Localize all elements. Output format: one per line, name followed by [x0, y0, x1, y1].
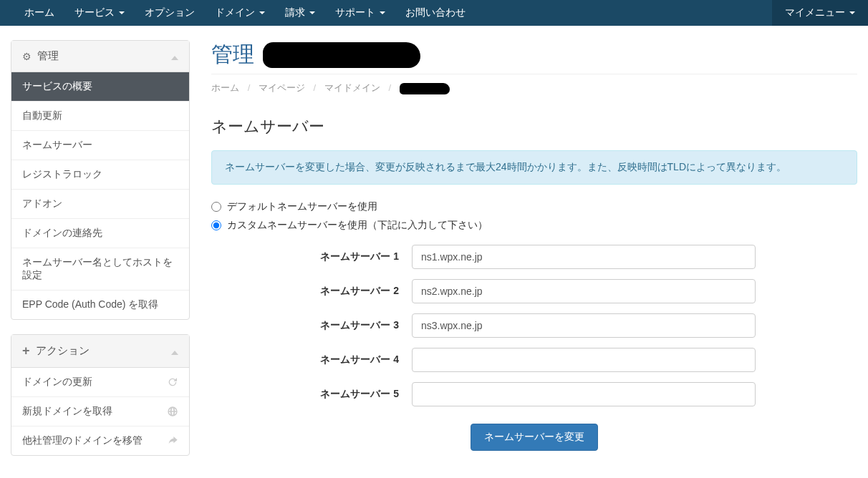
sidebar-item-registrar-lock[interactable]: レジストラロック [11, 160, 189, 189]
ns-label: ネームサーバー 5 [211, 388, 412, 401]
breadcrumb: ホーム / マイページ / マイドメイン / [211, 82, 857, 94]
main-content: 管理 ホーム / マイページ / マイドメイン / ネームサーバー ネームサーバ… [211, 40, 857, 470]
nav-billing[interactable]: 請求 [275, 0, 325, 26]
page-title: 管理 [211, 40, 254, 69]
top-nav: ホーム サービス オプション ドメイン 請求 サポート お問い合わせ マイメニュ… [0, 0, 868, 26]
radio-custom-ns[interactable]: カスタムネームサーバーを使用（下記に入力して下さい） [211, 219, 857, 232]
ns-input-3[interactable] [412, 313, 756, 338]
plus-icon [22, 343, 30, 358]
radio-default-input[interactable] [211, 202, 221, 212]
title-rule [211, 74, 857, 74]
redacted-crumb [400, 83, 450, 94]
ns-label: ネームサーバー 3 [211, 319, 412, 332]
sidebar-item-nameservers[interactable]: ネームサーバー [11, 130, 189, 160]
nav-label: ドメイン [215, 6, 255, 19]
sidebar-item-label: 自動更新 [22, 109, 62, 122]
nav-label: マイメニュー [785, 6, 845, 19]
sidebar-item-label: アドオン [22, 197, 62, 210]
crumb-sep: / [388, 82, 391, 93]
nav-support[interactable]: サポート [325, 0, 395, 26]
nameserver-form: ネームサーバー 1 ネームサーバー 2 ネームサーバー 3 ネームサーバー 4 … [211, 245, 857, 451]
crumb-sep: / [248, 82, 251, 93]
globe-icon [167, 406, 178, 417]
crumb-home[interactable]: ホーム [211, 82, 239, 93]
panel-manage-body: サービスの概要 自動更新 ネームサーバー レジストラロック アドオン ドメインの… [11, 72, 189, 319]
nav-label: 請求 [285, 6, 305, 19]
ns-label: ネームサーバー 1 [211, 250, 412, 263]
nav-my-menu[interactable]: マイメニュー [772, 0, 868, 26]
action-label: 他社管理のドメインを移管 [22, 434, 143, 447]
sidebar-item-label: EPP Code (Auth Code) を取得 [22, 298, 158, 311]
ns-input-2[interactable] [412, 279, 756, 303]
info-alert: ネームサーバーを変更した場合、変更が反映されるまで最大24時間かかります。また、… [211, 150, 857, 185]
nav-contact[interactable]: お問い合わせ [395, 0, 476, 26]
submit-row: ネームサーバーを変更 [211, 424, 857, 451]
action-transfer-domain[interactable]: 他社管理のドメインを移管 [11, 426, 189, 455]
redacted-domain [263, 42, 420, 68]
ns-row-5: ネームサーバー 5 [211, 382, 857, 406]
gear-icon [22, 51, 32, 62]
sidebar-item-overview[interactable]: サービスの概要 [11, 72, 189, 101]
sidebar-item-label: レジストラロック [22, 168, 102, 181]
ns-label: ネームサーバー 4 [211, 353, 412, 366]
sidebar-item-contacts[interactable]: ドメインの連絡先 [11, 218, 189, 248]
ns-label: ネームサーバー 2 [211, 285, 412, 298]
submit-button[interactable]: ネームサーバーを変更 [471, 424, 598, 451]
ns-input-1[interactable] [412, 245, 756, 269]
panel-actions-body: ドメインの更新 新規ドメインを取得 他社管理のドメインを移管 [11, 368, 189, 455]
panel-title: アクション [36, 344, 90, 358]
refresh-icon [167, 376, 178, 388]
sidebar-item-label: ネームサーバー [22, 139, 92, 152]
crumb-mypage[interactable]: マイページ [259, 82, 305, 93]
nav-options[interactable]: オプション [135, 0, 205, 26]
nav-services[interactable]: サービス [64, 0, 135, 26]
nav-label: オプション [145, 6, 195, 19]
nav-right: マイメニュー [772, 0, 868, 26]
caret-down-icon [380, 11, 385, 14]
ns-row-2: ネームサーバー 2 [211, 279, 857, 303]
sidebar-item-host-records[interactable]: ネームサーバー名としてホストを設定 [11, 248, 189, 290]
nav-label: サービス [74, 6, 115, 19]
panel-manage-header[interactable]: 管理 [11, 41, 189, 72]
sidebar-item-autorenew[interactable]: 自動更新 [11, 101, 189, 130]
nav-label: お問い合わせ [405, 6, 466, 19]
crumb-sep: / [314, 82, 317, 93]
panel-actions: アクション ドメインの更新 新規ドメインを取得 他社管理のドメイ [11, 334, 190, 456]
radio-default-ns[interactable]: デフォルトネームサーバーを使用 [211, 200, 857, 213]
action-register-domain[interactable]: 新規ドメインを取得 [11, 396, 189, 426]
panel-manage: 管理 サービスの概要 自動更新 ネームサーバー レジストラロック アドオン ドメ… [11, 40, 190, 320]
nav-left: ホーム サービス オプション ドメイン 請求 サポート お問い合わせ [14, 0, 476, 26]
radio-custom-input[interactable] [211, 220, 221, 230]
nav-domains[interactable]: ドメイン [205, 0, 275, 26]
caret-down-icon [849, 11, 855, 14]
action-label: ドメインの更新 [22, 376, 92, 389]
sidebar-item-label: ドメインの連絡先 [22, 227, 102, 240]
chevron-up-icon [171, 51, 178, 62]
action-label: 新規ドメインを取得 [22, 405, 112, 418]
chevron-up-icon [171, 346, 178, 357]
sidebar-item-label: サービスの概要 [22, 80, 92, 93]
nav-home[interactable]: ホーム [14, 0, 64, 26]
ns-row-3: ネームサーバー 3 [211, 313, 857, 338]
radio-label: カスタムネームサーバーを使用（下記に入力して下さい） [227, 219, 488, 232]
sidebar-item-epp-code[interactable]: EPP Code (Auth Code) を取得 [11, 290, 189, 319]
nav-label: サポート [335, 6, 375, 19]
radio-label: デフォルトネームサーバーを使用 [227, 200, 377, 213]
sidebar-item-addons[interactable]: アドオン [11, 189, 189, 218]
caret-down-icon [309, 11, 315, 14]
nav-label: ホーム [24, 6, 54, 19]
page-title-row: 管理 [211, 40, 857, 69]
ns-row-4: ネームサーバー 4 [211, 348, 857, 372]
sidebar: 管理 サービスの概要 自動更新 ネームサーバー レジストラロック アドオン ドメ… [11, 40, 190, 470]
section-title: ネームサーバー [211, 116, 857, 137]
panel-title: 管理 [37, 49, 59, 63]
caret-down-icon [119, 11, 125, 14]
caret-down-icon [259, 11, 265, 14]
action-renew-domain[interactable]: ドメインの更新 [11, 368, 189, 396]
panel-actions-header[interactable]: アクション [11, 335, 189, 368]
share-icon [167, 435, 178, 447]
ns-row-1: ネームサーバー 1 [211, 245, 857, 269]
ns-input-5[interactable] [412, 382, 756, 406]
crumb-mydomain[interactable]: マイドメイン [324, 82, 380, 93]
ns-input-4[interactable] [412, 348, 756, 372]
